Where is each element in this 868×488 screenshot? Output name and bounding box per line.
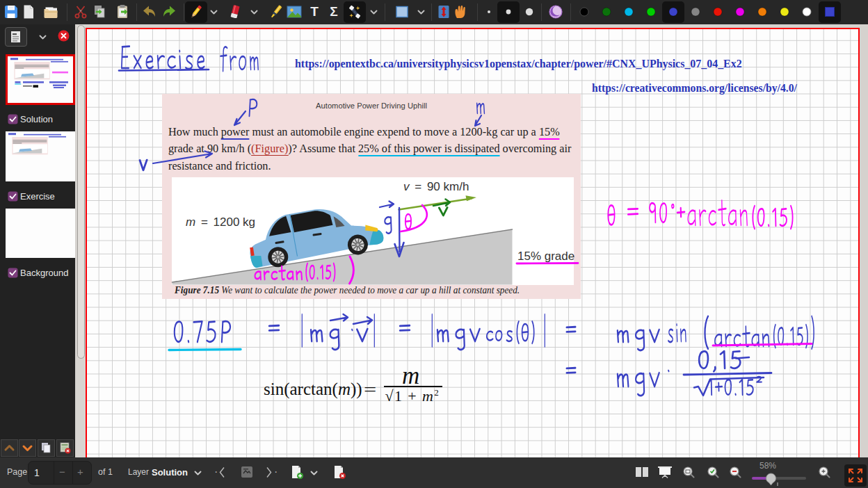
svg-text:T: T [310,4,319,19]
svg-text:Σ: Σ [330,4,337,19]
